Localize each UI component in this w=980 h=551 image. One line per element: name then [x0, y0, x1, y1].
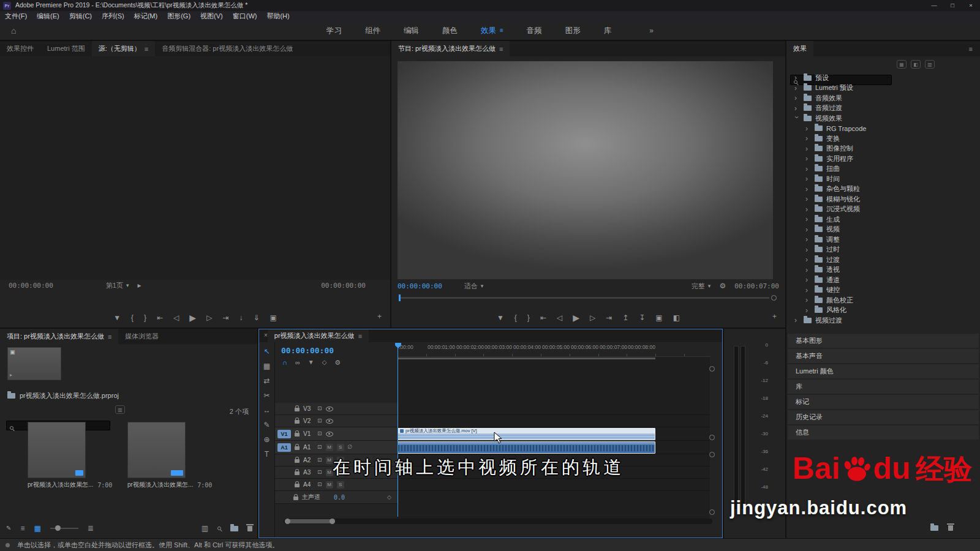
menu-clip[interactable]: 剪辑(C) [64, 12, 97, 21]
workspace-tab-learning[interactable]: 学习 [326, 26, 342, 36]
chevron-right-icon[interactable]: › [805, 195, 811, 203]
work-area-bar[interactable] [398, 358, 655, 359]
effects-bin-distort[interactable]: ›扭曲 [786, 164, 980, 174]
clip-name[interactable]: pr视频淡入淡出效果怎... [127, 481, 193, 489]
lock-icon[interactable] [295, 446, 300, 450]
workspace-overflow-icon[interactable]: » [649, 27, 654, 34]
tab-effect-controls[interactable]: 效果控件 [0, 41, 40, 56]
effects-bin-utility[interactable]: ›实用程序 [786, 154, 980, 164]
keyframe-icon[interactable]: ◇ [322, 359, 327, 366]
source-patch[interactable] [277, 481, 291, 489]
yuv-effects-badge[interactable]: ▥ [925, 60, 935, 69]
home-icon[interactable]: ⌂ [11, 26, 16, 35]
step-forward-icon[interactable]: ▷ [206, 314, 212, 321]
workspace-tab-audio[interactable]: 音频 [527, 26, 542, 36]
panel-header-lumetri-color[interactable]: Lumetri 颜色 [788, 364, 979, 378]
track-content-v3[interactable] [398, 403, 710, 415]
razor-tool-icon[interactable]: ✂ [263, 391, 270, 400]
chevron-right-icon[interactable]: › [805, 246, 811, 253]
scrubber-zoom-handle[interactable] [771, 295, 777, 301]
track-name[interactable]: V3 [303, 405, 314, 412]
menu-file[interactable]: 文件(F) [0, 12, 32, 21]
program-scrubber[interactable] [399, 294, 769, 302]
menu-window[interactable]: 窗口(W) [228, 12, 262, 21]
video-clip-selected[interactable]: pr视频淡入淡出效果怎么做.mov [V] [398, 428, 655, 440]
extract-icon[interactable]: ↧ [639, 314, 645, 321]
workspace-tab-assembly[interactable]: 组件 [365, 26, 380, 36]
chevron-right-icon[interactable]: › [805, 145, 811, 152]
play-button[interactable]: ▶ [189, 313, 196, 322]
menu-marker[interactable]: 标记(M) [129, 12, 163, 21]
effects-bin-adjust[interactable]: ›调整 [786, 234, 980, 245]
source-patch[interactable] [277, 456, 291, 465]
tab-sequence[interactable]: pr视频淡入淡出效果怎么做≡ [268, 329, 369, 342]
playhead-line[interactable] [398, 343, 398, 517]
effects-bin-immersive-video[interactable]: ›沉浸式视频 [786, 204, 980, 215]
master-gain-value[interactable]: 0.0 [334, 494, 345, 501]
tab-lumetri-scopes[interactable]: Lumetri 范围 [40, 41, 92, 56]
timeline-horizontal-scrollbar[interactable] [284, 519, 712, 524]
sync-lock-icon[interactable]: ⊡ [317, 444, 322, 450]
tab-project[interactable]: 项目: pr视频淡入淡出效果怎么做≡ [0, 329, 118, 344]
tab-media-browser[interactable]: 媒体浏览器 [118, 329, 165, 344]
workspace-menu-icon[interactable]: ≡ [500, 28, 503, 34]
project-preview-thumbnail[interactable]: ▣ ▸ [7, 347, 61, 380]
timeline-ruler[interactable]: :00:00 00:00:01:00 00:00:02:00 00:00:03:… [398, 342, 710, 357]
lock-icon[interactable] [295, 433, 300, 437]
solo-button[interactable]: S [337, 481, 344, 489]
menu-view[interactable]: 视图(V) [195, 12, 228, 21]
readonly-pencil-icon[interactable]: ✎ [6, 525, 11, 531]
dropdown-icon[interactable]: ▾ [481, 283, 484, 289]
effects-bin-obsolete[interactable]: ›过时 [786, 245, 980, 255]
chevron-down-icon[interactable]: › [793, 116, 801, 122]
chevron-right-icon[interactable]: › [805, 135, 811, 142]
sort-icon[interactable]: ≣ [88, 525, 94, 532]
track-header-v1[interactable]: V1V1⊡ [275, 427, 398, 441]
timeline-timecode[interactable]: 00:00:00:00 [281, 346, 334, 355]
track-name[interactable]: A4 [303, 481, 314, 488]
panel-header-libraries[interactable]: 库 [788, 380, 979, 394]
track-select-tool-icon[interactable]: ▦ [263, 362, 270, 370]
minimize-button[interactable]: — [925, 0, 943, 11]
sync-lock-icon[interactable]: ⊡ [317, 470, 322, 475]
mute-button[interactable]: M [326, 469, 333, 476]
chevron-right-icon[interactable]: › [805, 307, 811, 314]
add-marker-icon[interactable]: ▼ [308, 359, 314, 366]
track-name[interactable]: A3 [303, 469, 314, 476]
panel-menu-icon[interactable]: ≡ [358, 332, 362, 340]
toggle-track-output-icon[interactable] [326, 407, 333, 411]
effects-bin-lumetri-presets[interactable]: ›Lumetri 预设 [786, 83, 980, 94]
lock-icon[interactable] [293, 497, 298, 500]
effects-bin-transition[interactable]: ›过渡 [786, 255, 980, 265]
toggle-track-output-icon[interactable] [326, 432, 333, 437]
step-forward-icon[interactable]: ▷ [590, 314, 595, 321]
panel-header-essential-graphics[interactable]: 基本图形 [788, 334, 979, 348]
effects-bin-color-correction[interactable]: ›颜色校正 [786, 295, 980, 305]
source-patch[interactable] [277, 405, 291, 413]
vertical-scroll-handle[interactable] [709, 509, 715, 515]
add-marker-icon[interactable]: ▼ [113, 314, 121, 321]
effects-bin-generate[interactable]: ›生成 [786, 214, 980, 225]
search-filter-badge[interactable]: ▥ [115, 405, 125, 414]
menu-edit[interactable]: 编辑(E) [32, 12, 64, 21]
menu-help[interactable]: 帮助(H) [262, 12, 294, 21]
sync-lock-icon[interactable]: ⊡ [317, 406, 322, 411]
delete-button[interactable] [948, 525, 953, 531]
mark-in-icon[interactable]: { [514, 314, 517, 321]
effects-bin-blur-sharpen[interactable]: ›模糊与锐化 [786, 194, 980, 204]
panel-header-history[interactable]: 历史记录 [788, 410, 979, 424]
effects-bin-noise-grain[interactable]: ›杂色与颗粒 [786, 184, 980, 195]
effects-bin-presets[interactable]: ›预设 [786, 73, 980, 83]
effects-bin-video-effects[interactable]: ›视频效果 [786, 113, 980, 124]
source-patch-a1[interactable]: A1 [277, 443, 291, 452]
bit-depth-badge[interactable]: ◧ [911, 60, 921, 69]
effects-bin-time[interactable]: ›时间 [786, 174, 980, 184]
panel-header-markers[interactable]: 标记 [788, 395, 979, 409]
selection-tool-icon[interactable]: ↖ [263, 347, 270, 356]
lock-icon[interactable] [295, 471, 300, 475]
export-frame-icon[interactable]: ▣ [270, 314, 277, 321]
toggle-track-output-icon[interactable] [326, 419, 333, 424]
tab-audio-clip-mixer[interactable]: 音频剪辑混合器: pr视频淡入淡出效果怎么做 [155, 41, 300, 56]
chevron-right-icon[interactable]: › [794, 105, 800, 112]
effects-bin-keying[interactable]: ›键控 [786, 285, 980, 296]
